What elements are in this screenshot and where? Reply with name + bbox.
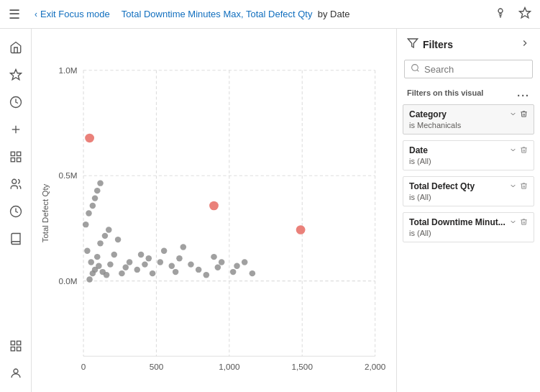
svg-point-68 — [219, 259, 225, 265]
back-arrow-icon: ‹ — [35, 9, 37, 19]
sidebar-item-apps[interactable] — [3, 144, 29, 170]
sidebar-item-recent[interactable] — [3, 89, 29, 115]
star-icon[interactable] — [516, 4, 534, 25]
svg-point-74 — [86, 210, 92, 216]
svg-marker-1 — [520, 7, 531, 17]
topbar: ☰ ‹ Exit Focus mode Total Downtime Minut… — [0, 0, 540, 29]
svg-rect-13 — [11, 347, 14, 351]
filter-card-downtime-name: Total Downtime Minut... — [409, 217, 505, 227]
svg-point-83 — [412, 65, 418, 71]
svg-line-84 — [417, 70, 418, 71]
sidebar — [0, 29, 32, 392]
svg-point-51 — [115, 237, 122, 242]
chart-title-main: Total Downtime Minutes Max, Total Defect… — [122, 9, 313, 19]
svg-point-81 — [296, 225, 306, 234]
filter-card-category-header: Category — [409, 109, 528, 119]
filter-card-defect-qty-header: Total Defect Qty — [409, 181, 528, 191]
filter-card-date-icons — [509, 146, 528, 155]
filter-card-category[interactable]: Category is Mechanicals — [403, 104, 534, 135]
filter-funnel-icon — [407, 37, 418, 51]
svg-point-67 — [215, 265, 221, 270]
filter-card-downtime-value: is (All) — [409, 229, 528, 237]
filter-card-date[interactable]: Date is (All) — [403, 140, 534, 170]
sidebar-item-create[interactable] — [3, 117, 29, 142]
svg-marker-82 — [408, 39, 417, 47]
filter-card-defect-qty-name: Total Defect Qty — [409, 181, 475, 191]
svg-rect-7 — [17, 152, 20, 155]
main-layout: 1.0M 0.5M 0.0M 0 500 1,000 1,500 2,000 T… — [0, 29, 540, 392]
sidebar-item-home[interactable] — [3, 35, 29, 60]
search-icon — [411, 63, 420, 75]
bulb-icon[interactable] — [491, 4, 510, 25]
filter-card-defect-qty-expand[interactable] — [509, 182, 517, 191]
svg-text:1,000: 1,000 — [219, 362, 239, 371]
filter-card-defect-qty[interactable]: Total Defect Qty is (All) — [403, 176, 534, 206]
svg-point-62 — [180, 244, 187, 250]
svg-point-65 — [203, 272, 210, 278]
svg-text:0.0M: 0.0M — [58, 276, 77, 286]
svg-point-41 — [107, 261, 114, 267]
filter-card-defect-qty-clear[interactable] — [520, 182, 528, 191]
svg-text:2,000: 2,000 — [365, 362, 385, 371]
svg-point-73 — [83, 222, 89, 227]
svg-point-75 — [90, 203, 96, 209]
filter-card-downtime-expand[interactable] — [509, 218, 517, 227]
chart-area: 1.0M 0.5M 0.0M 0 500 1,000 1,500 2,000 T… — [32, 29, 396, 392]
exit-focus-button[interactable]: ‹ Exit Focus mode — [29, 6, 116, 22]
svg-text:1,500: 1,500 — [292, 362, 313, 371]
sidebar-item-rocket[interactable] — [3, 199, 29, 224]
svg-marker-2 — [10, 70, 21, 80]
menu-icon[interactable]: ☰ — [6, 4, 23, 25]
svg-point-47 — [122, 265, 129, 270]
svg-point-79 — [85, 134, 94, 143]
svg-point-63 — [188, 261, 194, 267]
filters-section-label: Filters on this visual ... — [397, 84, 540, 101]
svg-text:0: 0 — [81, 362, 86, 371]
svg-point-0 — [498, 9, 503, 13]
svg-point-72 — [250, 270, 256, 276]
svg-point-58 — [161, 248, 168, 254]
svg-point-78 — [97, 180, 104, 186]
filter-card-date-expand[interactable] — [509, 146, 517, 155]
svg-point-43 — [84, 248, 91, 254]
chart-title-by: by Date — [318, 9, 350, 19]
svg-point-40 — [104, 272, 110, 278]
filters-chevron-icon[interactable] — [520, 38, 530, 50]
filters-more-icon[interactable]: ... — [517, 87, 530, 99]
svg-point-46 — [119, 270, 125, 276]
svg-point-69 — [230, 269, 237, 275]
filters-title-text: Filters — [423, 39, 453, 50]
filters-section-text: Filters on this visual — [407, 88, 483, 97]
svg-point-42 — [94, 254, 101, 260]
svg-point-54 — [138, 252, 145, 257]
filter-card-category-name: Category — [409, 109, 447, 119]
svg-point-71 — [242, 259, 248, 265]
sidebar-item-favorites[interactable] — [3, 62, 29, 88]
filter-card-category-expand[interactable] — [509, 110, 517, 119]
svg-text:500: 500 — [150, 362, 164, 371]
filter-card-downtime[interactable]: Total Downtime Minut... is (All) — [403, 212, 534, 242]
filter-card-date-value: is (All) — [409, 157, 528, 165]
filter-card-date-header: Date — [409, 145, 528, 155]
svg-point-64 — [196, 267, 202, 273]
svg-text:0.5M: 0.5M — [58, 171, 77, 181]
filter-card-category-icons — [509, 110, 528, 119]
filter-card-defect-qty-value: is (All) — [409, 193, 528, 201]
sidebar-item-book[interactable] — [3, 226, 29, 252]
filter-card-date-clear[interactable] — [520, 146, 528, 155]
filter-card-downtime-clear[interactable] — [520, 218, 528, 227]
sidebar-item-user[interactable] — [3, 360, 29, 386]
svg-point-66 — [211, 254, 217, 260]
svg-point-59 — [169, 263, 175, 269]
sidebar-item-people[interactable] — [3, 171, 29, 197]
svg-point-76 — [92, 195, 99, 201]
filters-title: Filters — [407, 37, 453, 51]
sidebar-item-grid[interactable] — [3, 333, 29, 359]
filter-card-date-name: Date — [409, 145, 428, 155]
filters-search-box[interactable] — [404, 60, 533, 78]
search-input[interactable] — [424, 64, 526, 75]
filter-card-category-clear[interactable] — [520, 110, 528, 119]
scatter-plot: 1.0M 0.5M 0.0M 0 500 1,000 1,500 2,000 T… — [37, 40, 390, 386]
svg-point-45 — [111, 252, 117, 257]
svg-point-53 — [142, 261, 148, 267]
